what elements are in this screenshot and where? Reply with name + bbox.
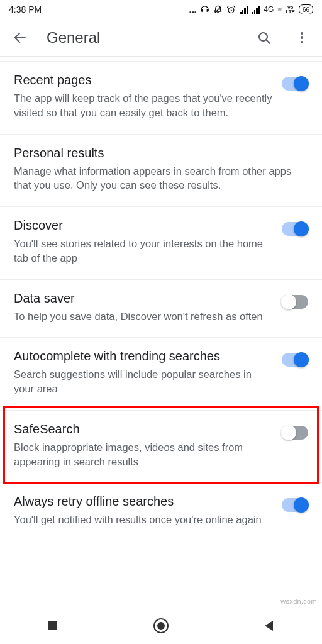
nav-recents-button[interactable]	[47, 619, 59, 635]
app-header: General	[0, 19, 322, 57]
toggle-data-saver[interactable]	[282, 295, 308, 309]
search-button[interactable]	[255, 29, 273, 47]
setting-autocomplete-trending[interactable]: Autocomplete with trending searches Sear…	[0, 338, 322, 411]
status-bar: 4:38 PM ... 4G IR VoLTE 66	[0, 0, 322, 19]
setting-discover[interactable]: Discover You'll see stories related to y…	[0, 207, 322, 280]
setting-title: Always retry offline searches	[14, 494, 273, 509]
toggle-autocomplete[interactable]	[282, 353, 308, 367]
network-small: IR	[277, 8, 282, 12]
setting-desc: Manage what information appears in searc…	[14, 164, 308, 193]
svg-point-6	[301, 36, 303, 39]
nav-home-button[interactable]	[153, 618, 169, 636]
setting-title: Personal results	[14, 146, 308, 160]
setting-desc: You'll get notified with results once yo…	[14, 513, 273, 527]
svg-point-10	[157, 622, 165, 630]
network-label: 4G	[264, 5, 274, 14]
setting-retry-offline[interactable]: Always retry offline searches You'll get…	[0, 483, 322, 541]
headphones-icon	[200, 5, 209, 14]
setting-title: SafeSearch	[14, 422, 273, 436]
toggle-safesearch[interactable]	[282, 426, 308, 440]
setting-data-saver[interactable]: Data saver To help you save data, Discov…	[0, 280, 322, 338]
setting-title: Autocomplete with trending searches	[14, 349, 273, 364]
more-vert-icon	[294, 30, 309, 45]
setting-personal-results[interactable]: Personal results Manage what information…	[0, 135, 322, 208]
svg-point-7	[301, 41, 303, 43]
toggle-recent-pages[interactable]	[282, 77, 308, 91]
mute-icon	[213, 5, 223, 14]
watermark: wsxdn.com	[280, 597, 317, 605]
setting-desc: The app will keep track of the pages tha…	[14, 91, 273, 120]
setting-desc: Block inappropriate images, videos and s…	[14, 440, 273, 469]
toggle-discover[interactable]	[282, 222, 308, 236]
page-title: General	[47, 29, 238, 47]
status-time: 4:38 PM	[9, 4, 42, 14]
svg-point-5	[301, 32, 303, 35]
back-arrow-icon	[13, 30, 28, 45]
alarm-icon	[226, 5, 236, 14]
overflow-menu-button[interactable]	[293, 29, 311, 47]
triangle-left-icon	[263, 619, 275, 632]
square-icon	[47, 619, 59, 632]
volte-icon: VoLTE	[286, 5, 295, 14]
setting-title: Recent pages	[14, 73, 273, 87]
settings-list: Recent pages The app will keep track of …	[0, 62, 322, 541]
nav-back-button[interactable]	[263, 619, 275, 635]
svg-line-4	[266, 40, 270, 43]
navigation-bar	[0, 609, 322, 644]
setting-desc: Search suggestions will include popular …	[14, 367, 273, 396]
status-icons: ... 4G IR VoLTE 66	[189, 3, 313, 16]
setting-recent-pages[interactable]: Recent pages The app will keep track of …	[0, 62, 322, 135]
setting-title: Data saver	[14, 291, 273, 306]
toggle-retry-offline[interactable]	[282, 498, 308, 512]
svg-marker-11	[265, 621, 273, 631]
circle-icon	[153, 618, 169, 634]
spacer	[0, 57, 322, 62]
setting-title: Discover	[14, 218, 273, 233]
signal-icon-1	[240, 6, 248, 14]
more-dots-icon: ...	[189, 3, 196, 16]
signal-icon-2	[252, 6, 260, 14]
setting-desc: To help you save data, Discover won't re…	[14, 309, 273, 324]
battery-icon: 66	[299, 4, 313, 14]
setting-desc: You'll see stories related to your inter…	[14, 236, 273, 265]
search-icon	[257, 30, 272, 45]
back-button[interactable]	[11, 29, 29, 47]
setting-safesearch[interactable]: SafeSearch Block inappropriate images, v…	[0, 411, 322, 484]
svg-rect-8	[48, 621, 57, 630]
